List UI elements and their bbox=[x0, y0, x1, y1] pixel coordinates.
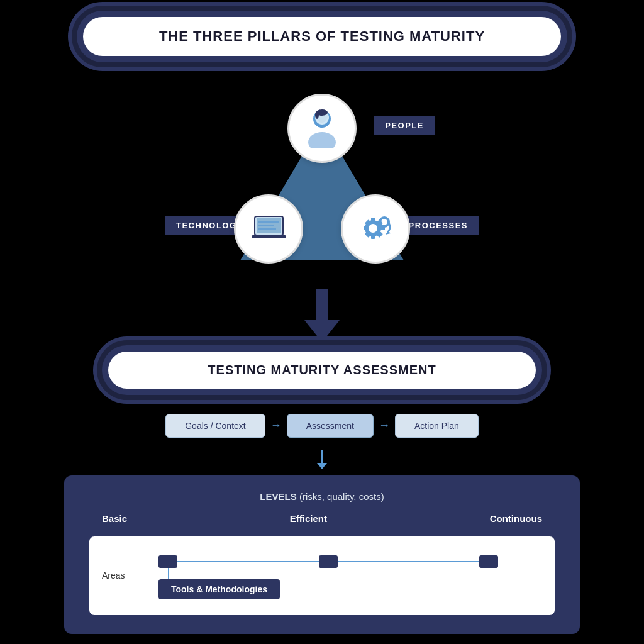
svg-rect-11 bbox=[258, 228, 276, 230]
svg-point-13 bbox=[370, 225, 376, 231]
circle-technology bbox=[234, 194, 303, 264]
svg-rect-16 bbox=[364, 226, 369, 230]
small-arrow-head bbox=[317, 463, 327, 469]
arrow-shaft bbox=[316, 289, 328, 320]
svg-rect-15 bbox=[371, 234, 375, 239]
main-container: THE THREE PILLARS OF TESTING MATURITY bbox=[39, 11, 605, 634]
arrow-down-container bbox=[304, 289, 340, 342]
svg-marker-24 bbox=[386, 231, 391, 235]
circle-processes bbox=[341, 194, 410, 264]
svg-point-5 bbox=[315, 111, 319, 119]
arrow-head bbox=[304, 320, 340, 342]
main-title: THE THREE PILLARS OF TESTING MATURITY bbox=[159, 28, 485, 44]
tools-label: Tools & Methodologies bbox=[158, 579, 280, 599]
steps-row: Goals / Context → Assessment → Action Pl… bbox=[77, 414, 567, 438]
levels-box: LEVELS (risks, quality, costs) Basic Eff… bbox=[64, 475, 580, 634]
levels-title-rest: (risks, quality, costs) bbox=[297, 491, 384, 502]
assessment-title: TESTING MATURITY ASSESSMENT bbox=[208, 363, 436, 377]
track-node-2 bbox=[319, 555, 338, 568]
svg-point-1 bbox=[308, 132, 336, 148]
level-basic: Basic bbox=[102, 513, 127, 524]
laptop-icon bbox=[248, 211, 289, 246]
pillars-section: PEOPLE TECHNOLOGY PROCESSES bbox=[39, 87, 605, 276]
circle-people bbox=[287, 94, 357, 163]
title-box: THE THREE PILLARS OF TESTING MATURITY bbox=[83, 17, 561, 56]
step-action-plan[interactable]: Action Plan bbox=[395, 414, 479, 438]
track-node-3 bbox=[479, 555, 498, 568]
level-efficient: Efficient bbox=[290, 513, 327, 524]
areas-label: Areas bbox=[102, 570, 125, 580]
inner-white-box: Areas Tools & Methodologies bbox=[89, 536, 555, 615]
svg-rect-10 bbox=[258, 225, 274, 226]
svg-rect-8 bbox=[252, 235, 286, 238]
small-arrow-down bbox=[317, 450, 327, 469]
levels-columns: Basic Efficient Continuous bbox=[89, 513, 555, 524]
triangle-cluster: PEOPLE TECHNOLOGY PROCESSES bbox=[215, 87, 429, 276]
step-arrow-2: → bbox=[379, 419, 390, 432]
title-outer: THE THREE PILLARS OF TESTING MATURITY bbox=[77, 11, 567, 62]
svg-point-23 bbox=[382, 220, 386, 224]
small-arrow-shaft bbox=[321, 450, 323, 463]
assessment-box: TESTING MATURITY ASSESSMENT bbox=[108, 352, 536, 389]
progress-track bbox=[158, 555, 498, 568]
assessment-outer: TESTING MATURITY ASSESSMENT bbox=[102, 345, 542, 395]
step-goals[interactable]: Goals / Context bbox=[165, 414, 265, 438]
svg-rect-14 bbox=[371, 218, 375, 223]
svg-rect-9 bbox=[258, 221, 279, 223]
step-assessment[interactable]: Assessment bbox=[287, 414, 374, 438]
levels-title-bold: LEVELS bbox=[260, 491, 296, 502]
track-node-1 bbox=[158, 555, 177, 568]
gear-icon bbox=[355, 208, 396, 249]
level-continuous: Continuous bbox=[490, 513, 542, 524]
levels-title: LEVELS (risks, quality, costs) bbox=[89, 491, 555, 502]
step-arrow-1: → bbox=[270, 419, 282, 432]
people-label: PEOPLE bbox=[374, 116, 435, 135]
person-icon bbox=[303, 108, 341, 148]
tools-row: Tools & Methodologies bbox=[158, 579, 536, 599]
